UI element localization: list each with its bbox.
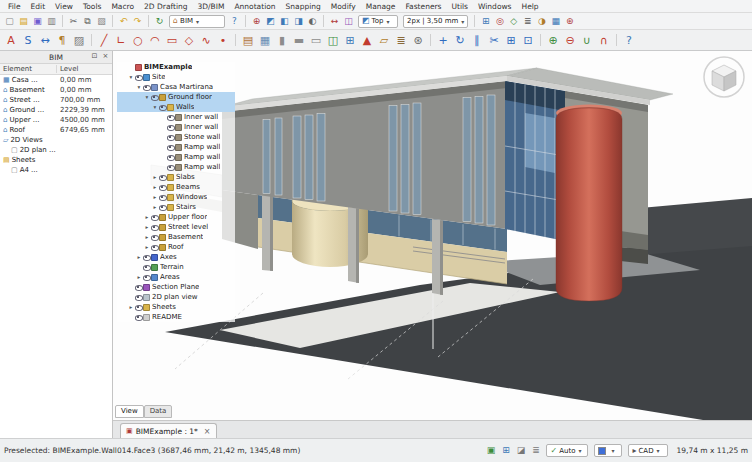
wall-tool[interactable]: ▤: [240, 32, 256, 48]
trim-tool[interactable]: ✂: [486, 32, 502, 48]
bim-panel-row[interactable]: ⌂Ground ...2229,39 mm: [0, 105, 112, 115]
views-panel-button[interactable]: ▦: [549, 15, 562, 28]
menu-tools[interactable]: Tools: [78, 1, 106, 12]
tab-data[interactable]: Data: [144, 405, 173, 418]
offset-tool[interactable]: ∥: [469, 32, 485, 48]
tree-item-upper-floor[interactable]: ▸Upper floor: [117, 212, 235, 222]
menu-utils[interactable]: Utils: [447, 1, 474, 12]
fit-all-button[interactable]: ⊕: [250, 15, 263, 28]
tree-item-stairs[interactable]: ▸Stairs: [117, 202, 235, 212]
tree-item-street-level[interactable]: ▸Street level: [117, 222, 235, 232]
red-tower-wall[interactable]: [556, 105, 622, 302]
beam-tool[interactable]: ▬: [291, 32, 307, 48]
tree-item-basement[interactable]: ▸Basement: [117, 232, 235, 242]
stairs-tool[interactable]: ≣: [393, 32, 409, 48]
tree-item-roof[interactable]: ▸Roof: [117, 242, 235, 252]
float-panel-icon[interactable]: ⊡: [90, 52, 99, 60]
paste-button[interactable]: ▧: [95, 15, 108, 28]
bspline-tool[interactable]: ∿: [198, 32, 214, 48]
equipment-tool[interactable]: ⊛: [410, 32, 426, 48]
save-button[interactable]: ▣: [31, 15, 44, 28]
document-tab[interactable]: ▣ BIMExample : 1* ×: [120, 423, 217, 438]
view-preset-selector[interactable]: ◩Top▾: [358, 15, 398, 28]
layers-icon[interactable]: ≣: [529, 444, 542, 457]
tree-item-bimexample[interactable]: BIMExample: [117, 62, 235, 72]
tree-item-sheets[interactable]: ▸Sheets: [117, 302, 235, 312]
bim-views-toggle-icon[interactable]: ▣: [484, 444, 497, 457]
line-style-selector[interactable]: 2px | 3,50 mm▾: [403, 15, 468, 28]
3d-viewport[interactable]: BIMExample▾Site▾Casa Martirana▾Ground fl…: [113, 51, 752, 420]
whats-this-button[interactable]: ?: [228, 15, 241, 28]
tree-item-axes[interactable]: ▸Axes: [117, 252, 235, 262]
point-tool[interactable]: •: [215, 32, 231, 48]
array-tool[interactable]: ⊞: [503, 32, 519, 48]
tree-item-2d-plan-view[interactable]: 2D plan view: [117, 292, 235, 302]
clone-tool[interactable]: ⊡: [520, 32, 536, 48]
material-button[interactable]: ◑: [535, 15, 548, 28]
curtain-wall-tool[interactable]: ▦: [257, 32, 273, 48]
menu-windows[interactable]: Windows: [473, 1, 516, 12]
rotate-tool[interactable]: ↻: [452, 32, 468, 48]
polygon-tool[interactable]: ◇: [181, 32, 197, 48]
annotation-text-tool[interactable]: A: [3, 32, 19, 48]
help-icon[interactable]: ?: [621, 32, 637, 48]
top-view-button[interactable]: ◨: [292, 15, 305, 28]
hatch-tool[interactable]: ▨: [71, 32, 87, 48]
panel-title-bar[interactable]: BIM ⊡ ×: [0, 51, 112, 64]
move-tool[interactable]: +: [435, 32, 451, 48]
tree-item-areas[interactable]: ▸Areas: [117, 272, 235, 282]
bim-panel-row[interactable]: ⌂Upper ...4500,00 mm: [0, 115, 112, 125]
tree-item-casa-martirana[interactable]: ▾Casa Martirana: [117, 82, 235, 92]
toggle-grid-button[interactable]: ⊞: [479, 15, 492, 28]
polyline-tool[interactable]: ∟: [113, 32, 129, 48]
tree-item-ramp-wall[interactable]: Ramp wall: [117, 152, 235, 162]
union-tool[interactable]: ∪: [579, 32, 595, 48]
tree-item-slabs[interactable]: ▸Slabs: [117, 172, 235, 182]
clip-plane-button[interactable]: ◫: [342, 15, 355, 28]
bim-panel-row[interactable]: ⌂Basement0,00 mm: [0, 85, 112, 95]
window-tool[interactable]: ⊞: [342, 32, 358, 48]
annotation-styles-tool[interactable]: ¶: [54, 32, 70, 48]
cut-button[interactable]: ✂: [67, 15, 80, 28]
bim-panel-row[interactable]: ▢A4 ...: [0, 165, 112, 175]
menu-view[interactable]: View: [50, 1, 78, 12]
difference-tool[interactable]: ∩: [596, 32, 612, 48]
menu-file[interactable]: File: [3, 1, 26, 12]
bim-setup-button[interactable]: ⊛: [563, 15, 576, 28]
menu-snapping[interactable]: Snapping: [281, 1, 326, 12]
layers-button[interactable]: ≣: [521, 15, 534, 28]
tree-item-site[interactable]: ▾Site: [117, 72, 235, 82]
tree-item-inner-wall[interactable]: Inner wall: [117, 112, 235, 122]
snap-button[interactable]: ◎: [493, 15, 506, 28]
menu-annotation[interactable]: Annotation: [229, 1, 280, 12]
navigation-style-selector[interactable]: ▸CAD▾: [628, 444, 668, 457]
workbench-selector[interactable]: ⌂BIM▾: [169, 15, 225, 28]
tree-item-ramp-wall[interactable]: Ramp wall: [117, 142, 235, 152]
bim-panel-row[interactable]: ⌂Roof6749,65 mm: [0, 125, 112, 135]
working-plane-selector[interactable]: ▾: [594, 444, 622, 457]
isometric-view-button[interactable]: ◩: [264, 15, 277, 28]
bim-panel-row[interactable]: ▦Casa ...0,00 mm: [0, 75, 112, 85]
menu-3d-bim[interactable]: 3D/BIM: [193, 1, 230, 12]
copy-button[interactable]: ⧉: [81, 15, 94, 28]
tree-item-beams[interactable]: ▸Beams: [117, 182, 235, 192]
bim-panel-row[interactable]: ▤Sheets: [0, 155, 112, 165]
menu-2d-drafting[interactable]: 2D Drafting: [139, 1, 192, 12]
redo-button[interactable]: ↷: [131, 15, 144, 28]
new-document-button[interactable]: ▢: [3, 15, 16, 28]
menu-help[interactable]: Help: [517, 1, 544, 12]
tab-view[interactable]: View: [115, 405, 144, 418]
tree-item-stone-wall[interactable]: Stone wall: [117, 132, 235, 142]
rectangle-tool[interactable]: ▭: [164, 32, 180, 48]
close-tab-icon[interactable]: ×: [204, 427, 211, 436]
tree-item-inner-wall[interactable]: Inner wall: [117, 122, 235, 132]
print-button[interactable]: ▥: [45, 15, 58, 28]
close-panel-icon[interactable]: ×: [101, 52, 110, 60]
snap-selector[interactable]: ✓Auto▾: [546, 444, 588, 457]
draw-style-icon[interactable]: ◪: [514, 444, 527, 457]
circle-tool[interactable]: ○: [130, 32, 146, 48]
working-plane-icon[interactable]: ⊞: [499, 444, 512, 457]
column-tool[interactable]: ▮: [274, 32, 290, 48]
navigation-cube[interactable]: [701, 54, 747, 100]
tree-item-terrain[interactable]: Terrain: [117, 262, 235, 272]
